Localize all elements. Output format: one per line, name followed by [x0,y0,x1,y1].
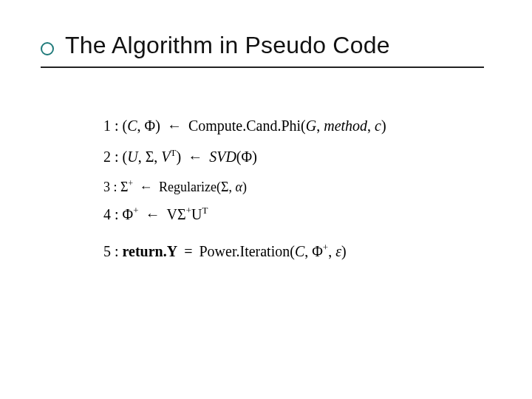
paren-close: ) [177,149,182,165]
left-arrow-icon: ← [164,117,185,134]
var-Phi: Φ [123,206,134,222]
left-arrow-icon: ← [137,180,156,194]
fn-regularize: Regularize( [159,180,221,194]
sup-plus: + [129,179,134,188]
sup-plus: + [186,205,191,216]
bullet-icon [41,42,54,55]
paren-open: ( [236,149,242,165]
comma: , [304,243,308,259]
var-Sigma: Σ [146,149,154,165]
comma: , [367,117,371,134]
arg-Phi: Φ [242,149,253,165]
var-U: U [191,206,202,222]
left-arrow-icon: ← [143,206,163,222]
line-index: 5 : [103,243,119,259]
slide: The Algorithm in Pseudo Code 1 : (C, Φ) … [0,0,532,399]
paren-close: ) [341,243,347,259]
arg-c: c [375,117,381,134]
comma: , [229,180,233,194]
arg-eps: ε [335,243,341,259]
line-index: 4 : [103,206,119,222]
var-V: V [161,149,170,165]
arg-alpha: α [236,180,242,194]
paren-close: ) [381,117,386,134]
sup-plus: + [133,205,138,216]
fn-compute: Compute.Cand.Phi( [188,117,306,134]
pseudo-line-4: 4 : Φ+ ← VΣ+UT [103,207,458,222]
pseudo-line-3: 3 : Σ+ ← Regularize(Σ, α) [103,180,458,194]
line-index: 1 : [103,117,119,134]
equals: = [181,243,195,259]
paren-close: ) [252,149,257,165]
line-index: 2 : [103,149,119,165]
sup-T: T [171,147,177,158]
var-Sigma: Σ [120,180,128,194]
keyword-return: return.Y [123,243,178,259]
paren-close: ) [242,180,247,194]
sup-T: T [202,205,208,216]
pseudocode-block: 1 : (C, Φ) ← Compute.Cand.Phi(G, method,… [103,118,458,275]
var-U: U [127,149,137,165]
arg-G: G [306,117,316,134]
comma: , [137,117,141,134]
pseudo-line-2: 2 : (U, Σ, VT) ← SVD(Φ) [103,149,458,164]
pseudo-line-1: 1 : (C, Φ) ← Compute.Cand.Phi(G, method,… [103,118,458,133]
slide-title: The Algorithm in Pseudo Code [65,32,390,59]
var-Sigma: Σ [177,206,186,222]
fn-svd: SVD [209,149,236,165]
comma: , [138,149,142,165]
var-V: V [167,206,177,222]
fn-power-iteration: Power.Iteration( [199,243,294,259]
arg-method: method [324,117,367,134]
arg-Sigma: Σ [221,180,228,194]
comma: , [328,243,332,259]
left-arrow-icon: ← [185,149,205,165]
var-C: C [127,117,137,134]
comma: , [316,117,320,134]
comma: , [154,149,157,165]
arg-Phi: Φ [312,243,323,259]
arg-C: C [295,243,304,259]
title-underline [41,66,484,68]
pseudo-line-5: 5 : return.Y = Power.Iteration(C, Φ+, ε) [103,244,458,259]
var-Phi: Φ [145,117,156,134]
line-index: 3 : [103,180,117,194]
paren-close: ) [155,117,160,134]
